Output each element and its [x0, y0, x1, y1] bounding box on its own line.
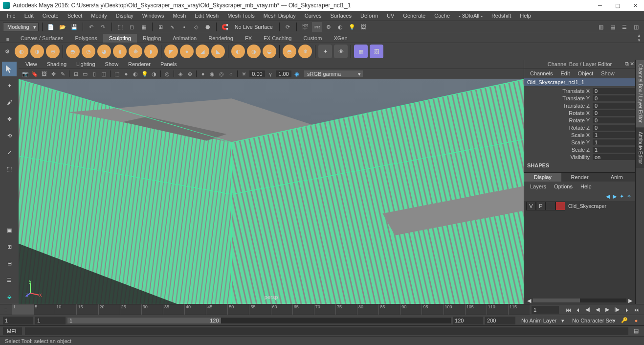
hypershade-icon[interactable]: ◐: [335, 22, 345, 32]
select-object-icon[interactable]: ◻: [127, 22, 137, 32]
isolate-select-icon[interactable]: ◎: [163, 70, 171, 78]
textured-icon[interactable]: ◐: [132, 70, 139, 78]
shelf-tab-sculpting[interactable]: Sculpting: [103, 34, 137, 43]
reference-tool-icon[interactable]: 🖼: [370, 45, 383, 58]
snap-curve-icon[interactable]: ∿: [168, 22, 178, 32]
toggle-attr-editor-icon[interactable]: ▤: [608, 22, 618, 32]
menu-mesh[interactable]: Mesh: [169, 12, 190, 20]
visibility-tool-icon[interactable]: 👁: [334, 45, 348, 58]
shadows-icon[interactable]: ◑: [150, 70, 158, 78]
view-menu-lighting[interactable]: Lighting: [72, 61, 99, 68]
layer-color-swatch[interactable]: [555, 202, 565, 210]
menu-file[interactable]: File: [3, 12, 20, 20]
attr-value-field[interactable]: 0: [593, 88, 635, 94]
outliner-toggle-button[interactable]: ☰: [2, 273, 17, 287]
workspace-mode-dropdown[interactable]: Modeling: [3, 23, 39, 31]
spray-tool-icon[interactable]: ❋: [129, 45, 142, 58]
shelf-menu-icon[interactable]: ≡: [3, 34, 13, 44]
menu-generate[interactable]: Generate: [399, 12, 429, 20]
xray-icon[interactable]: ◈: [177, 70, 184, 78]
view-menu-view[interactable]: View: [22, 61, 41, 68]
attr-value-field[interactable]: 0: [593, 95, 635, 101]
colorspace-dropdown[interactable]: sRGB gamma: [304, 70, 363, 77]
layer-menu-options[interactable]: Options: [551, 183, 576, 190]
range-handle[interactable]: 1 120: [67, 318, 221, 323]
knife-tool-icon[interactable]: ◐: [231, 45, 245, 58]
exposure-icon[interactable]: ☀: [240, 70, 248, 78]
layer-menu-layers[interactable]: Layers: [527, 183, 549, 190]
imprint-tool-icon[interactable]: ◤: [164, 45, 178, 58]
minimize-button[interactable]: ─: [594, 1, 606, 10]
ipr-render-icon[interactable]: IPR: [312, 22, 322, 32]
shelf-tab-rendering[interactable]: Rendering: [202, 34, 239, 43]
render-view-icon[interactable]: 🖼: [359, 22, 369, 32]
scroll-thumb[interactable]: [533, 299, 580, 302]
viewport-3d[interactable]: y x z persp: [19, 79, 524, 304]
maya-logo-button[interactable]: ⬙: [2, 289, 17, 304]
right-tab-channelbox[interactable]: Channel Box / Layer Editor: [636, 60, 644, 127]
smooth-tool-icon[interactable]: ◑: [30, 45, 44, 58]
toggle-tool-settings-icon[interactable]: ☰: [620, 22, 629, 32]
maximize-button[interactable]: ▢: [612, 1, 623, 10]
attr-value-field[interactable]: 1: [593, 132, 635, 138]
play-backward-button[interactable]: ◀: [593, 305, 602, 314]
view-menu-shading[interactable]: Shading: [43, 61, 70, 68]
step-back-button[interactable]: ◀|: [583, 305, 592, 314]
gamma-value[interactable]: 1.00: [276, 70, 291, 77]
channel-box-node-name[interactable]: Old_Skyscraper_ncl1_1: [524, 78, 635, 86]
menu-3dtoall[interactable]: - 3DtoAll -: [455, 12, 487, 20]
layer-tab-display[interactable]: Display: [524, 173, 561, 182]
gamma-icon[interactable]: γ: [266, 70, 274, 78]
menu-cache[interactable]: Cache: [430, 12, 454, 20]
select-hierarchy-icon[interactable]: ⬚: [115, 22, 125, 32]
menu-curves[interactable]: Curves: [301, 12, 326, 20]
render-settings-icon[interactable]: ⚙: [324, 22, 333, 32]
relax-tool-icon[interactable]: ⊕: [46, 45, 60, 58]
last-tool-button[interactable]: ⬚: [2, 161, 17, 176]
freeze-tool-icon[interactable]: ❄: [298, 45, 312, 58]
convert-tool-icon[interactable]: ✦: [318, 45, 332, 58]
move-tool-button[interactable]: ✥: [2, 112, 17, 126]
attr-value-field[interactable]: on: [593, 154, 635, 160]
layer-scrollbar[interactable]: ◀ ▶: [527, 298, 632, 303]
fill-tool-icon[interactable]: ◣: [211, 45, 225, 58]
view-menu-panels[interactable]: Panels: [156, 61, 181, 68]
set-key-icon[interactable]: ●: [631, 316, 641, 325]
menu-redshift[interactable]: Redshift: [488, 12, 515, 20]
scale-tool-button[interactable]: ⤢: [2, 145, 17, 160]
pane-layout-button[interactable]: ⊟: [2, 256, 17, 271]
grid-toggle-icon[interactable]: ⊞: [72, 70, 80, 78]
current-frame-field[interactable]: 1: [532, 306, 559, 314]
step-forward-key-button[interactable]: ⏵: [622, 305, 631, 314]
paint-select-tool-button[interactable]: 🖌: [2, 95, 17, 110]
menu-uv[interactable]: UV: [383, 12, 398, 20]
layer-visibility-toggle[interactable]: V: [526, 202, 536, 210]
menu-mesh-tools[interactable]: Mesh Tools: [223, 12, 258, 20]
rotate-tool-button[interactable]: ⟲: [2, 128, 17, 143]
bookmark-icon[interactable]: 🔖: [31, 70, 39, 78]
layer-name[interactable]: Old_Skyscraper: [565, 203, 633, 209]
view-menu-renderer[interactable]: Renderer: [124, 61, 155, 68]
exposure-value[interactable]: 0.00: [249, 70, 265, 77]
playback-start-field[interactable]: 1: [35, 317, 66, 324]
cb-menu-edit[interactable]: Edit: [557, 70, 573, 77]
shelf-scroll-down-icon[interactable]: ▼: [637, 38, 641, 43]
cb-menu-channels[interactable]: Channels: [527, 70, 555, 77]
snap-grid-icon[interactable]: ⊞: [156, 22, 166, 32]
shelf-scroll-up-icon[interactable]: ▲: [637, 33, 641, 38]
scroll-left-icon[interactable]: ◀: [527, 298, 531, 304]
character-set-dropdown[interactable]: No Character Set: [568, 317, 618, 324]
channelbox-popout-icon[interactable]: ⧉: [625, 61, 629, 67]
shelf-tab-polygons[interactable]: Polygons: [69, 34, 103, 43]
shaded-icon[interactable]: ●: [122, 70, 130, 78]
menu-create[interactable]: Create: [39, 12, 63, 20]
render-frame-icon[interactable]: 🎬: [300, 22, 310, 32]
wax-tool-icon[interactable]: ●: [180, 45, 194, 58]
anim-start-field[interactable]: 1: [3, 317, 33, 324]
script-editor-icon[interactable]: ▤: [631, 326, 641, 336]
anim-layer-dropdown[interactable]: No Anim Layer: [517, 317, 566, 324]
right-tab-attribute-editor[interactable]: Attribute Editor: [636, 128, 644, 168]
uv-tool-icon[interactable]: ▦: [354, 45, 368, 58]
time-slider[interactable]: ≡ 1 5 10 15 20 25 30 35 40 45 50 55 60 6…: [0, 304, 644, 315]
command-input[interactable]: [25, 327, 628, 335]
